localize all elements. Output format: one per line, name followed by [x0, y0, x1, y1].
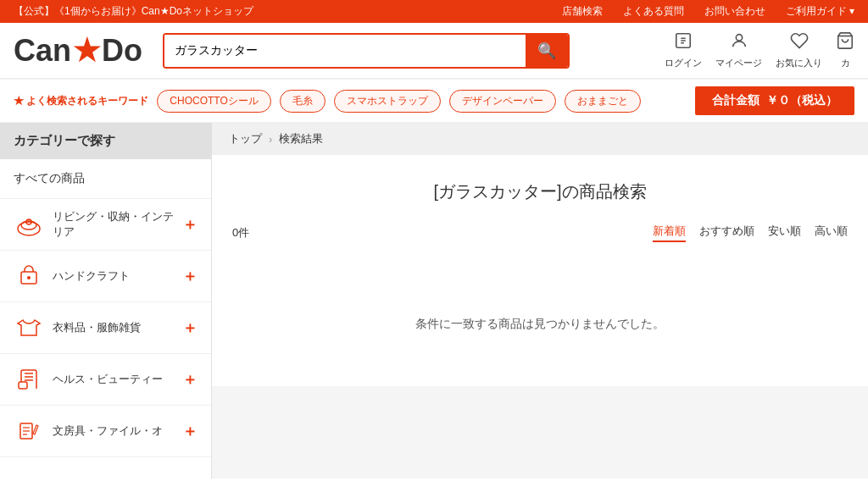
sort-price-desc[interactable]: 高い順: [815, 224, 848, 242]
logo-do: Do: [102, 33, 142, 69]
chevron-down-icon: ▾: [849, 5, 854, 17]
search-icon: 🔍: [537, 42, 556, 59]
breadcrumb-top[interactable]: トップ: [229, 131, 262, 146]
svg-point-7: [27, 276, 31, 279]
header-actions: ログイン マイページ お気に入り: [665, 31, 854, 69]
top-nav: 店舗検索 よくある質問 お問い合わせ ご利用ガイド ▾: [562, 4, 854, 19]
sidebar-all-items[interactable]: すべての商品: [0, 159, 211, 199]
login-button[interactable]: ログイン: [665, 31, 702, 69]
top-announcement-bar: 【公式】《1個からお届け》Can★Doネットショップ 店舗検索 よくある質問 お…: [0, 0, 868, 23]
keyword-tag-3[interactable]: スマホストラップ: [334, 90, 441, 113]
contact-link[interactable]: お問い合わせ: [704, 4, 765, 19]
search-button[interactable]: 🔍: [526, 35, 568, 67]
sidebar-item-clothing-plus: ＋: [182, 318, 198, 338]
search-results-title: [ガラスカッター]の商品検索: [232, 180, 848, 203]
sidebar-title: カテゴリーで探す: [0, 123, 211, 159]
keyword-bar: ★ よく検索されるキーワード CHOCOTTOシール 毛糸 スマホストラップ デ…: [0, 79, 868, 123]
main-content: カテゴリーで探す すべての商品 リビング・収納・インテリア ＋: [0, 123, 868, 478]
keyword-tag-5[interactable]: おままごと: [565, 90, 641, 113]
no-results-message: 条件に一致する商品は見つかりませんでした。: [232, 266, 848, 366]
mypage-icon: [730, 31, 748, 55]
craft-icon: [14, 261, 44, 291]
logo-can: Can: [14, 33, 71, 69]
sort-recommended[interactable]: おすすめ順: [699, 224, 754, 242]
search-bar: 🔍: [163, 33, 570, 69]
sidebar-item-stationery[interactable]: 文房具・ファイル・オ ＋: [0, 406, 211, 457]
content-area: トップ › 検索結果 [ガラスカッター]の商品検索 0件 新着順 おすすめ順 安…: [212, 123, 868, 478]
search-input[interactable]: [164, 35, 526, 67]
sidebar-item-handcraft[interactable]: ハンドクラフト ＋: [0, 251, 211, 302]
living-icon: [14, 209, 44, 240]
svg-point-1: [736, 35, 742, 41]
keyword-tag-4[interactable]: デザインペーパー: [449, 90, 556, 113]
wishlist-button[interactable]: お気に入り: [776, 31, 822, 69]
sidebar-item-living[interactable]: リビング・収納・インテリア ＋: [0, 199, 211, 251]
keyword-label: ★ よく検索されるキーワード: [14, 94, 148, 108]
keyword-tag-2[interactable]: 毛糸: [280, 90, 326, 113]
sort-options: 新着順 おすすめ順 安い順 高い順: [653, 224, 848, 242]
breadcrumb-current: 検索結果: [279, 131, 323, 146]
heart-icon: [790, 31, 809, 55]
sidebar-item-living-label: リビング・収納・インテリア: [53, 209, 174, 240]
cart-icon: [836, 31, 854, 55]
faq-link[interactable]: よくある質問: [623, 4, 684, 19]
cart-total-box[interactable]: 合計金額 ￥０（税込）: [695, 86, 854, 115]
clothing-icon: [14, 312, 44, 343]
cart-button[interactable]: カ: [836, 31, 854, 69]
sidebar-item-clothing-label: 衣料品・服飾雑貨: [53, 320, 174, 335]
breadcrumb-separator: ›: [269, 133, 272, 146]
announcement-text: 【公式】《1個からお届け》Can★Doネットショップ: [14, 4, 253, 19]
cart-total-amount: ￥０（税込）: [766, 93, 837, 108]
result-bar: 0件 新着順 おすすめ順 安い順 高い順: [232, 224, 848, 249]
sidebar: カテゴリーで探す すべての商品 リビング・収納・インテリア ＋: [0, 123, 212, 478]
sidebar-item-health-plus: ＋: [182, 369, 198, 390]
sidebar-item-stationery-plus: ＋: [182, 421, 198, 441]
logo-star: ★: [73, 33, 100, 69]
site-logo[interactable]: Can★Do: [14, 33, 149, 69]
health-icon: [14, 364, 44, 395]
sidebar-item-health[interactable]: ヘルス・ビューティー ＋: [0, 354, 211, 406]
svg-rect-11: [19, 382, 27, 389]
result-count: 0件: [232, 225, 249, 240]
sort-newest[interactable]: 新着順: [653, 224, 686, 242]
keyword-tag-1[interactable]: CHOCOTTOシール: [157, 90, 270, 113]
sidebar-item-handcraft-plus: ＋: [182, 266, 198, 286]
search-results-container: [ガラスカッター]の商品検索 0件 新着順 おすすめ順 安い順 高い順 条件に一…: [212, 155, 868, 386]
breadcrumb: トップ › 検索結果: [212, 123, 868, 155]
store-search-link[interactable]: 店舗検索: [562, 4, 603, 19]
site-header: Can★Do 🔍 ログイン マイページ: [0, 23, 868, 79]
sort-price-asc[interactable]: 安い順: [768, 224, 801, 242]
sidebar-item-clothing[interactable]: 衣料品・服飾雑貨 ＋: [0, 302, 211, 354]
sidebar-item-living-plus: ＋: [182, 214, 198, 235]
sidebar-item-stationery-label: 文房具・ファイル・オ: [53, 423, 174, 439]
sidebar-item-health-label: ヘルス・ビューティー: [53, 372, 174, 387]
login-icon: [674, 31, 693, 55]
guide-link[interactable]: ご利用ガイド ▾: [786, 4, 854, 19]
mypage-button[interactable]: マイページ: [715, 31, 762, 69]
sidebar-item-handcraft-label: ハンドクラフト: [53, 268, 174, 284]
cart-total-label: 合計金額: [712, 93, 760, 108]
stationery-icon: [14, 416, 44, 446]
